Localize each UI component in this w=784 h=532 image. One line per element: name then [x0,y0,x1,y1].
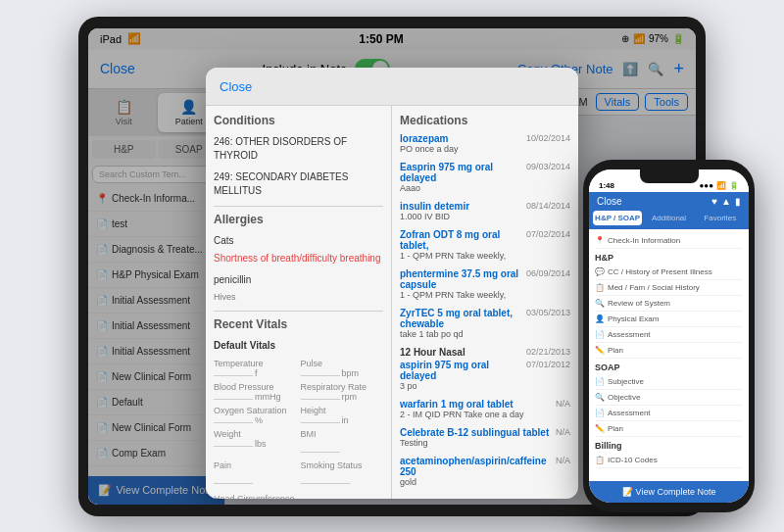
med-acetaminophen: N/A acetaminophen/aspirin/caffeine 250 g… [400,456,570,487]
iphone-tab-additional[interactable]: Additional [644,211,693,225]
vital-o2: Oxygen Saturation % [214,406,297,425]
vital-temperature: Temperature f [214,359,297,378]
iphone-item-icd10[interactable]: 📋 ICD-10 Codes [595,453,743,468]
med-date-3: 07/02/2014 [526,229,570,239]
default-vitals-label: Default Vitals [214,337,383,355]
medications-title: Medications [400,114,570,127]
med-detail-4: 1 - QPM PRN Take weekly, [400,290,570,300]
divider-2 [214,311,383,312]
iphone-cc-icon: 💬 [595,267,605,276]
med-12hr-header: 02/21/2013 12 Hour Nasal [400,347,570,358]
vital-smoking: Smoking Status [301,460,384,488]
vitals-grid: Temperature f Pulse [214,359,383,488]
modal-body: Conditions 246: OTHER DISORDERS OF THYRO… [206,106,578,499]
modal-right-column: Medications 10/02/2014 lorazepam PO once… [392,106,578,499]
med-detail-1: Aaao [400,183,570,193]
allergies-title: Allergies [214,213,383,226]
iphone-medfam-icon: 📋 [595,283,605,292]
iphone-item-med-fam[interactable]: 📋 Med / Fam / Social History [595,280,743,296]
med-zyrtec: 03/05/2013 ZyrTEC 5 mg oral tablet, chew… [400,308,570,339]
med-insulin: 08/14/2014 insulin detemir 1.000 IV BID [400,201,570,221]
med-date-8: N/A [556,399,570,409]
iphone-physical-icon: 👤 [595,314,605,323]
med-detail-7: 3 po [400,381,570,391]
iphone-item-objective[interactable]: 🔍 Objective [595,390,743,406]
med-date-7: 07/01/2012 [526,360,570,369]
allergy-breathing: Shortness of breath/difficulty breathing [214,250,383,267]
iphone-objective-icon: 🔍 [595,393,605,402]
iphone-item-plan-hp[interactable]: ✏️ Plan [595,343,743,359]
iphone-view-note-label: View Complete Note [636,487,716,497]
iphone-medfam-label: Med / Fam / Social History [608,283,700,292]
iphone-hp-header: H&P [595,249,743,265]
vital-rr: Respiratory Rate rpm [301,382,384,402]
iphone-item-subjective[interactable]: 📄 Subjective [595,374,743,390]
iphone-view-complete-note-button[interactable]: 📝 View Complete Note [589,481,749,503]
iphone-battery-icon: 🔋 [729,181,739,190]
modal-dialog: Close Conditions 246: OTHER DISORDERS OF… [206,89,578,499]
iphone-subjective-icon: 📄 [595,377,605,386]
iphone-tab-favorites[interactable]: Favorites [696,211,745,225]
iphone-item-assessment-hp[interactable]: 📄 Assessment [595,327,743,343]
iphone-icd10-icon: 📋 [595,456,605,464]
med-date-9: N/A [556,427,570,437]
med-zofran: 07/02/2014 Zofran ODT 8 mg oral tablet, … [400,229,570,261]
vital-pain: Pain [214,460,297,488]
med-detail-5: take 1 tab po qd [400,329,570,339]
med-detail-3: 1 - QPM PRN Take weekly, [400,251,570,261]
condition-item-1: 249: SECONDARY DIABETES MELLITUS [214,169,383,200]
med-name-9: Celebrate B-12 sublingual tablet [400,427,570,438]
med-date-0: 10/02/2014 [526,133,570,143]
iphone-icd10-label: ICD-10 Codes [608,456,658,464]
condition-item-0: 246: OTHER DISORDERS OF THYROID [214,133,383,165]
iphone-plan-soap-label: Plan [608,424,623,433]
med-easprin: 09/03/2014 Easprin 975 mg oral delayed A… [400,162,570,193]
iphone-plan-soap-icon: ✏️ [595,424,605,433]
iphone-subjective-label: Subjective [608,377,644,386]
iphone-item-physical[interactable]: 👤 Physical Exam [595,312,743,327]
modal-left-column: Conditions 246: OTHER DISORDERS OF THYRO… [206,106,392,499]
iphone-assessment-soap-label: Assessment [608,409,651,417]
iphone-tabs: H&P / SOAP Additional Favorites [589,211,749,229]
modal-close-button[interactable]: Close [220,89,252,94]
iphone-battery-status-icon: ▮ [735,196,741,207]
med-detail-2: 1.000 IV BID [400,212,570,221]
med-name-8: warfarin 1 mg oral tablet [400,399,570,410]
iphone-assessment-hp-label: Assessment [608,330,651,339]
iphone-close-button[interactable]: Close [597,196,622,207]
vital-bmi: BMI [301,429,384,457]
iphone-wifi-status-icon: ▲ [721,196,731,207]
med-date-5: 03/05/2013 [526,308,570,317]
med-name-10: acetaminophen/aspirin/caffeine 250 [400,456,570,477]
iphone-review-icon: 🔍 [595,299,605,308]
med-date-1: 09/03/2014 [526,162,570,171]
iphone-assessment-hp-icon: 📄 [595,330,605,339]
iphone-soap-header: SOAP [595,359,743,374]
med-detail-9: Testing [400,438,570,448]
iphone-status-icons: ●●● 📶 🔋 [700,181,740,190]
vital-weight: Weight lbs [214,429,297,457]
med-detail-0: PO once a day [400,144,570,154]
med-detail-8: 2 - IM QID PRN Take one a day [400,410,570,419]
iphone-review-label: Review of System [608,299,670,308]
iphone-objective-label: Objective [608,393,640,402]
vital-bp: Blood Pressure mmHg [214,382,297,402]
iphone-item-cc[interactable]: 💬 CC / History of Present Illness [595,265,743,280]
iphone-physical-label: Physical Exam [608,314,659,323]
iphone-checkin-icon: 📍 [595,236,605,245]
iphone-time: 1:48 [599,181,614,190]
iphone-assessment-soap-icon: 📄 [595,409,605,417]
iphone-cc-label: CC / History of Present Illness [608,267,712,276]
iphone-item-assessment-soap[interactable]: 📄 Assessment [595,406,743,421]
iphone-item-plan-soap[interactable]: ✏️ Plan [595,421,743,437]
med-celebrate: N/A Celebrate B-12 sublingual tablet Tes… [400,427,570,448]
med-warfarin: N/A warfarin 1 mg oral tablet 2 - IM QID… [400,399,570,419]
recent-vitals-title: Recent Vitals [214,317,383,331]
iphone-note-icon: 📝 [622,487,633,497]
iphone-plan-hp-label: Plan [608,346,623,355]
med-aspirin: 07/01/2012 aspirin 975 mg oral delayed 3… [400,360,570,391]
iphone-screen: 1:48 ●●● 📶 🔋 Close ♥ ▲ ▮ H&P / SOAP Addi… [589,169,749,503]
iphone-item-checkin[interactable]: 📍 Check-In Information [595,233,743,249]
iphone-tab-hp-soap[interactable]: H&P / SOAP [593,211,642,225]
iphone-item-review[interactable]: 🔍 Review of System [595,296,743,312]
